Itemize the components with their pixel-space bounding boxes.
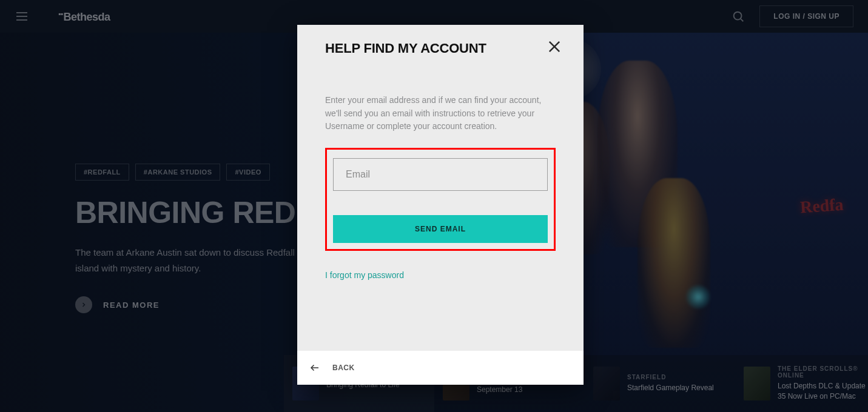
- highlight-box: SEND EMAIL: [325, 148, 556, 251]
- modal-title: HELP FIND MY ACCOUNT: [325, 41, 556, 56]
- modal-body: HELP FIND MY ACCOUNT Enter your email ad…: [297, 25, 584, 351]
- close-icon[interactable]: [546, 38, 563, 55]
- arrow-left-icon: [309, 362, 320, 373]
- back-label: BACK: [332, 364, 355, 372]
- email-field[interactable]: [333, 158, 548, 191]
- forgot-password-link[interactable]: I forgot my password: [325, 270, 404, 280]
- send-email-button[interactable]: SEND EMAIL: [333, 215, 548, 243]
- modal-description: Enter your email address and if we can f…: [325, 94, 556, 133]
- find-account-modal: HELP FIND MY ACCOUNT Enter your email ad…: [297, 25, 584, 385]
- back-button[interactable]: BACK: [297, 351, 584, 385]
